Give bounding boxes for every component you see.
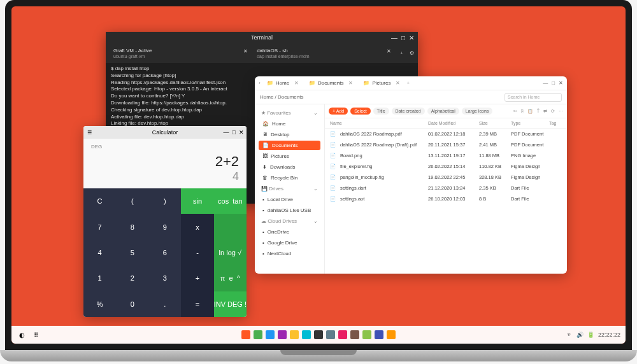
close-icon[interactable]: ✕ — [559, 80, 563, 86]
key-5[interactable]: 5 — [116, 240, 148, 265]
key-4[interactable]: 4 — [83, 240, 116, 265]
sidebar-item-live-usb[interactable]: • dahliaOS Live USB — [259, 206, 320, 215]
taskbar-app-4[interactable] — [278, 330, 287, 339]
chevron-down-icon[interactable]: ⌄ — [313, 186, 318, 192]
sidebar-item-gdrive[interactable]: • Google Drive — [259, 238, 320, 248]
taskbar[interactable]: ◐ ⠿ ᯤ 🔊 🔋 22:22:22 — [11, 326, 626, 344]
sidebar-item-downloads[interactable]: ⬇ Downloads — [259, 162, 320, 172]
sidebar-item-documents[interactable]: 📄 Documents — [259, 141, 320, 150]
key-blank1[interactable] — [214, 214, 247, 239]
share-icon[interactable]: ⇄ — [543, 109, 547, 114]
key-pi[interactable]: π e ^ — [214, 265, 247, 291]
sidebar-item-pictures[interactable]: 🖼 Pictures — [259, 151, 320, 161]
taskbar-app-7[interactable] — [314, 330, 323, 339]
file-row[interactable]: 📄Board.png13.11.2021 19:1711.88 MBPNG Im… — [325, 150, 567, 161]
close-tab-icon[interactable]: ✕ — [348, 80, 353, 86]
key-rparen[interactable]: ) — [148, 188, 181, 214]
chevron-down-icon[interactable]: ⌄ — [313, 218, 318, 224]
file-row[interactable]: 📄dahliaOS 2022 Roadmap (Draft).pdf20.11.… — [325, 139, 567, 150]
key-C[interactable]: C — [83, 188, 116, 214]
key-sub[interactable]: - — [181, 240, 213, 265]
close-tab-icon[interactable]: ✕ — [243, 48, 248, 54]
files-window[interactable]: ‹ 📁 Home✕ 📁 Documents✕ 📁 Pictures✕ + — □… — [255, 76, 567, 274]
volume-icon[interactable]: 🔊 — [576, 332, 583, 338]
taskbar-app-12[interactable] — [375, 330, 383, 339]
key-mul[interactable]: x — [181, 214, 213, 239]
maximize-icon[interactable]: □ — [233, 129, 236, 136]
menu-icon[interactable]: ≡ — [87, 128, 92, 137]
calculator-window[interactable]: ≡ Calculator — □ ✕ DEG 2+2 4 C ( ) sin c… — [83, 126, 247, 317]
file-row[interactable]: 📄file_explorer.fig26.02.2022 15:14110.82… — [325, 161, 567, 172]
sort-alpha-button[interactable]: Alphabetical — [427, 108, 459, 115]
copy-icon[interactable]: ⎘ — [521, 109, 524, 114]
key-9[interactable]: 9 — [148, 214, 181, 239]
close-tab-icon[interactable]: ✕ — [294, 80, 299, 86]
key-dot[interactable]: . — [148, 291, 181, 317]
close-tab-icon[interactable]: ✕ — [387, 48, 391, 54]
battery-icon[interactable]: 🔋 — [587, 332, 594, 338]
add-button[interactable]: + Add — [329, 108, 348, 115]
terminal-tab-1[interactable]: Graft VM - Active ubuntu-graft-vm ✕ — [110, 46, 250, 60]
key-add[interactable]: + — [181, 265, 213, 291]
sidebar-group-cloud[interactable]: ☁ Cloud Drives⌄ — [259, 216, 320, 226]
sort-date-button[interactable]: Date created — [392, 108, 425, 115]
sidebar-item-home[interactable]: 🏠 Home — [259, 119, 320, 129]
sidebar-group-favourites[interactable]: ★ Favourites⌄ — [259, 108, 320, 118]
wifi-icon[interactable]: ᯤ — [567, 332, 573, 338]
files-column-header[interactable]: Name Date Modified Size Type Tag — [325, 118, 567, 129]
key-2[interactable]: 2 — [116, 265, 148, 291]
taskbar-app-13[interactable] — [387, 330, 396, 339]
back-icon[interactable]: ‹ — [259, 80, 261, 86]
close-icon[interactable]: ✕ — [239, 129, 244, 136]
maximize-icon[interactable]: □ — [552, 80, 555, 86]
key-inv[interactable]: INV DEG ! — [214, 291, 247, 317]
file-row[interactable]: 📄dahliaOS 2022 Roadmap.pdf01.02.2022 12:… — [325, 129, 567, 139]
taskbar-app-3[interactable] — [266, 330, 275, 339]
cut-icon[interactable]: ✂ — [513, 109, 517, 114]
terminal-titlebar[interactable]: Terminal — □ ✕ — [106, 32, 418, 43]
key-6[interactable]: 6 — [148, 240, 181, 265]
key-sin[interactable]: sin — [181, 188, 213, 214]
key-1[interactable]: 1 — [83, 265, 116, 291]
taskbar-app-11[interactable] — [362, 330, 371, 339]
minimize-icon[interactable]: — — [391, 34, 397, 41]
close-icon[interactable]: ✕ — [409, 34, 414, 41]
paste-icon[interactable]: 📋 — [527, 109, 533, 114]
apps-icon[interactable]: ⠿ — [31, 330, 41, 340]
refresh-icon[interactable]: ⟳ — [551, 109, 555, 114]
taskbar-app-1[interactable] — [241, 330, 250, 339]
file-row[interactable]: 📄pangolin_mockup.fig19.02.2022 22:45328.… — [325, 172, 567, 183]
key-eq[interactable]: = — [181, 291, 213, 317]
taskbar-app-9[interactable] — [338, 330, 347, 339]
key-7[interactable]: 7 — [83, 214, 116, 239]
more-icon[interactable]: ⋯ — [559, 109, 563, 114]
search-input[interactable]: Search in Home — [505, 93, 562, 102]
key-pct[interactable]: % — [83, 291, 116, 317]
clock[interactable]: 22:22:22 — [598, 332, 620, 338]
calculator-titlebar[interactable]: ≡ Calculator — □ ✕ — [83, 126, 247, 139]
key-0[interactable]: 0 — [116, 291, 148, 317]
key-tan[interactable]: cos tan — [214, 188, 247, 214]
taskbar-app-6[interactable] — [302, 330, 311, 339]
breadcrumb[interactable]: Home / Documents — [260, 94, 303, 100]
new-tab-icon[interactable]: + — [396, 50, 407, 56]
files-tab-documents[interactable]: 📁 Documents✕ — [305, 79, 357, 87]
file-row[interactable]: 📄settings.dart21.12.2020 13:242.35 KBDar… — [325, 183, 567, 193]
taskbar-app-8[interactable] — [326, 330, 335, 339]
select-button[interactable]: Select — [350, 108, 370, 115]
key-lparen[interactable]: ( — [116, 188, 148, 214]
files-tab-home[interactable]: 📁 Home✕ — [263, 79, 303, 87]
key-ln[interactable]: ln log √ — [214, 240, 247, 265]
new-tab-icon[interactable]: + — [406, 80, 410, 86]
taskbar-app-5[interactable] — [290, 330, 299, 339]
key-3[interactable]: 3 — [148, 265, 181, 291]
sidebar-item-local-drive[interactable]: • Local Drive — [259, 195, 320, 204]
sidebar-item-desktop[interactable]: 🖥 Desktop — [259, 130, 320, 139]
settings-icon[interactable]: ⚙ — [410, 50, 414, 56]
sidebar-item-nextcloud[interactable]: • NextCloud — [259, 249, 320, 258]
angle-mode[interactable]: DEG — [91, 144, 239, 150]
launcher-icon[interactable]: ◐ — [17, 330, 27, 340]
sidebar-item-onedrive[interactable]: • OneDrive — [259, 227, 320, 237]
terminal-tab-2[interactable]: dahliaOS - sh dap install enterprise-mdm… — [253, 46, 394, 60]
maximize-icon[interactable]: □ — [401, 34, 405, 41]
